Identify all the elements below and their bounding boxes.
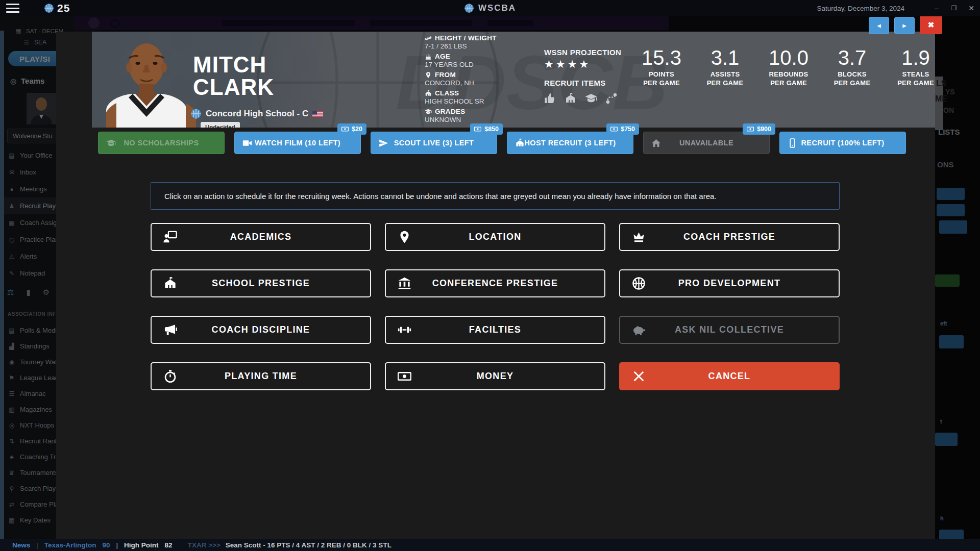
current-date: Saturday, December 3, 2024: [817, 5, 904, 12]
cake-icon: [425, 53, 432, 60]
close-modal-button[interactable]: ✖: [920, 16, 942, 34]
player-detail-height-weight: HEIGHT / WEIGHT 7-1 / 261 LBS: [425, 34, 552, 50]
action-watch-film-button[interactable]: $20 WATCH FILM (10 LEFT): [234, 132, 361, 154]
map-marker-icon: [398, 230, 411, 244]
thumbs-up-icon: [544, 92, 556, 105]
next-recruit-button[interactable]: ▸: [894, 17, 915, 34]
chalkboard-teacher-icon: [163, 230, 177, 244]
ticker-feed-team: TXAR >>>: [188, 541, 220, 549]
action-scout-live-button[interactable]: $850 SCOUT LIVE (3) LEFT: [371, 132, 497, 154]
scout-pro-development-button[interactable]: PRO DEVELOPMENT: [619, 269, 840, 297]
ticker-away-score: 90: [103, 541, 110, 549]
close-icon: ✖: [928, 20, 935, 30]
school-icon: [515, 138, 525, 148]
stat-blocks: 3.7 BLOCKSPER GAME: [824, 46, 881, 87]
price-tag: $850: [470, 123, 503, 135]
basketball-logo-icon: [44, 3, 54, 13]
price-tag: $20: [337, 123, 366, 135]
school-icon: [565, 92, 577, 105]
ticker-away-team[interactable]: Texas-Arlington: [44, 541, 96, 549]
restore-button[interactable]: ❐: [945, 0, 963, 16]
money-icon: [398, 369, 411, 383]
x-mark-icon: [632, 369, 646, 383]
info-message: Click on an action to schedule it for th…: [151, 182, 840, 210]
money-icon: [474, 126, 481, 133]
scout-facilties-button[interactable]: FACILTIES: [385, 316, 605, 344]
player-school-line: Concord High School - C: [190, 108, 323, 119]
dumbbell-icon: [398, 323, 411, 337]
scout-playing-time-button[interactable]: PLAYING TIME: [151, 362, 371, 390]
player-detail-age: AGE 17 YEARS OLD: [425, 53, 552, 68]
player-portrait: [97, 34, 197, 128]
stat-rebounds: 10.0 REBOUNDSPER GAME: [760, 46, 817, 87]
previous-recruit-button[interactable]: ◂: [869, 17, 889, 34]
scout-coach-discipline-button[interactable]: COACH DISCIPLINE: [151, 316, 371, 344]
player-header: DDSCB: [92, 32, 935, 128]
school-icon: [425, 90, 432, 97]
game-logo: 25: [44, 2, 70, 14]
app-title: WSCBA: [478, 3, 516, 13]
grad-cap-icon: [585, 92, 597, 105]
recruit-status-badge: Undecided: [201, 122, 240, 128]
recruit-action-bar: NO SCHOLARSHIPS $20 WATCH FILM (10 LEFT)…: [98, 132, 906, 154]
action-recruit-button[interactable]: RECRUIT (100% LEFT): [779, 132, 906, 154]
title-bar: 25 WSCBA Saturday, December 3, 2024 – ❐ …: [0, 0, 980, 16]
score-ticker: News | Texas-Arlington 90 | High Point 8…: [0, 539, 980, 551]
money-icon: [341, 126, 349, 133]
us-flag-icon: [312, 111, 323, 117]
grad-cap-icon: [106, 138, 116, 148]
school-icon: [163, 277, 177, 290]
player-school-name: Concord High School - C: [206, 109, 308, 119]
ticker-news-link[interactable]: News: [12, 541, 30, 549]
stat-steals: 1.9 STEALSPER GAME: [887, 46, 935, 87]
ticker-home-team: High Point: [124, 541, 159, 549]
player-detail-class: CLASS HIGH SCHOOL SR: [425, 89, 552, 105]
app-window: ▦ SAT - DECEM ☰ SEA PLAY/SI ◎ Teams Wolv…: [0, 0, 980, 551]
minimize-button[interactable]: –: [928, 0, 945, 16]
menu-icon[interactable]: [6, 4, 19, 13]
stat-points: 15.3 POINTSPER GAME: [633, 46, 690, 87]
action-home-visit-button[interactable]: $900 UNAVAILABLE: [643, 132, 770, 154]
money-icon: [747, 126, 754, 133]
player-last-name: CLARK: [193, 77, 274, 98]
scout-conference-prestige-button[interactable]: CONFERENCE PRESTIGE: [385, 269, 605, 297]
school-basketball-icon: [190, 108, 202, 119]
player-stats: 15.3 POINTSPER GAME 3.1 ASSISTSPER GAME …: [633, 46, 935, 87]
scouting-action-grid: ACADEMICS LOCATION COACH PRESTIGE SCHOOL…: [151, 223, 840, 390]
player-details: HEIGHT / WEIGHT 7-1 / 261 LBS AGE 17 YEA…: [425, 34, 552, 123]
ticker-feed-text: Sean Scott - 16 PTS / 4 AST / 2 REB / 0 …: [226, 541, 391, 549]
scout-location-button[interactable]: LOCATION: [385, 223, 605, 251]
grad-cap-icon: [425, 108, 432, 115]
recruit-modal: DDSCB: [56, 32, 935, 539]
scout-academics-button[interactable]: ACADEMICS: [151, 223, 371, 251]
action-no-scholarships-button[interactable]: NO SCHOLARSHIPS: [98, 132, 225, 154]
ticker-home-score: 82: [165, 541, 173, 549]
scout-school-prestige-button[interactable]: SCHOOL PRESTIGE: [151, 269, 371, 297]
piggy-bank-icon: [632, 323, 646, 337]
plane-icon: [379, 138, 388, 148]
scout-ask-nil-collective-button[interactable]: ASK NIL COLLECTIVE: [619, 316, 840, 344]
scout-coach-prestige-button[interactable]: COACH PRESTIGE: [619, 223, 840, 251]
ruler-icon: [425, 35, 432, 42]
basketball-icon: [632, 277, 646, 290]
window-close-button[interactable]: ✕: [963, 0, 980, 16]
map-marker-icon: [425, 71, 432, 79]
stat-assists: 3.1 ASSISTSPER GAME: [697, 46, 754, 87]
player-detail-grades: GRADES UNKNOWN: [425, 108, 552, 123]
scout-money-button[interactable]: MONEY: [385, 362, 605, 390]
scout-cancel-button[interactable]: CANCEL: [619, 362, 840, 390]
phone-icon: [788, 138, 797, 148]
league-logo-icon: [464, 3, 474, 13]
home-icon: [651, 138, 661, 148]
megaphone-icon: [163, 323, 177, 337]
route-icon: [605, 92, 618, 105]
recruit-items-icons: [544, 92, 656, 105]
crown-icon: [632, 230, 646, 244]
price-tag: $750: [606, 123, 639, 135]
price-tag: $900: [743, 123, 775, 135]
player-detail-from: FROM CONCORD, NH: [425, 71, 552, 87]
money-icon: [610, 126, 618, 133]
video-icon: [242, 138, 252, 148]
bank-icon: [398, 277, 411, 290]
action-host-recruit-button[interactable]: $750 HOST RECRUIT (3 LEFT): [507, 132, 633, 154]
